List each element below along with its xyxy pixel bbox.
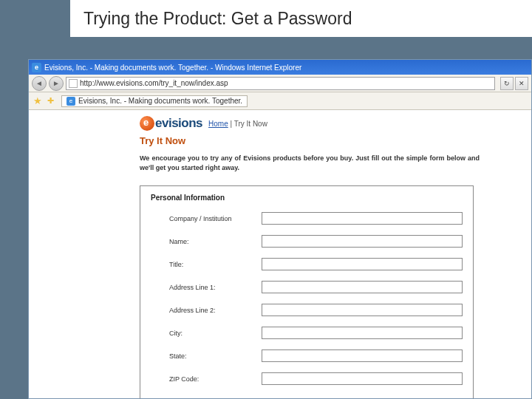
url-text: http://www.evisions.com/try_it_now/index… <box>80 79 228 87</box>
row-addr2: Address Line 2: <box>151 304 463 316</box>
page-heading: Try It Now <box>140 135 531 146</box>
input-name[interactable] <box>262 235 463 248</box>
row-name: Name: <box>151 235 463 248</box>
back-button[interactable]: ◄ <box>32 76 47 91</box>
logo-wordmark: evisions <box>155 116 202 131</box>
logo-mark-icon <box>140 116 154 131</box>
row-state: State: <box>151 349 463 362</box>
breadcrumb-sep: | <box>228 120 234 128</box>
page-icon <box>69 79 78 88</box>
forward-button[interactable]: ► <box>49 76 64 91</box>
tab-title: Evisions, Inc. - Making documents work. … <box>78 97 242 105</box>
input-title[interactable] <box>262 258 463 270</box>
address-bar[interactable]: http://www.evisions.com/try_it_now/index… <box>66 77 495 90</box>
label-company: Company / Institution <box>151 215 262 222</box>
favorites-bar: ★ ✚ e Evisions, Inc. - Making documents … <box>29 92 531 110</box>
row-zip: ZIP Code: <box>151 372 463 385</box>
label-addr1: Address Line 1: <box>151 284 262 291</box>
breadcrumb-current: Try It Now <box>234 120 267 128</box>
ie-icon: e <box>32 63 41 72</box>
label-title: Title: <box>151 261 262 268</box>
favorites-icon[interactable]: ★ <box>32 95 44 107</box>
window-title-text: Evisions, Inc. - Making documents work. … <box>44 64 301 72</box>
window-titlebar: e Evisions, Inc. - Making documents work… <box>29 60 531 75</box>
input-zip[interactable] <box>262 372 463 385</box>
address-toolbar: ◄ ► http://www.evisions.com/try_it_now/i… <box>29 75 531 92</box>
refresh-button[interactable]: ↻ <box>500 77 514 90</box>
evisions-logo[interactable]: evisions <box>140 116 202 131</box>
breadcrumb-home-link[interactable]: Home <box>208 120 228 128</box>
row-city: City: <box>151 327 463 339</box>
header-row: evisions Home | Try It Now <box>140 116 531 131</box>
label-name: Name: <box>151 238 262 245</box>
input-company[interactable] <box>262 212 463 225</box>
form-section-heading: Personal Information <box>151 194 463 202</box>
browser-window: e Evisions, Inc. - Making documents work… <box>28 59 532 399</box>
breadcrumb: Home | Try It Now <box>208 120 267 128</box>
row-company: Company / Institution <box>151 212 463 225</box>
input-city[interactable] <box>262 327 463 339</box>
stop-button[interactable]: ✕ <box>515 77 528 90</box>
add-favorite-icon[interactable]: ✚ <box>47 96 58 106</box>
input-addr1[interactable] <box>262 281 463 293</box>
intro-text: We encourage you to try any of Evisions … <box>140 154 480 172</box>
label-state: State: <box>151 352 262 360</box>
signup-form: Personal Information Company / Instituti… <box>140 185 474 398</box>
label-city: City: <box>151 330 262 337</box>
tab-favicon: e <box>66 97 75 106</box>
label-zip: ZIP Code: <box>151 375 262 383</box>
label-addr2: Address Line 2: <box>151 307 262 314</box>
row-addr1: Address Line 1: <box>151 281 463 293</box>
input-state[interactable] <box>262 349 463 362</box>
input-addr2[interactable] <box>262 304 463 316</box>
browser-tab[interactable]: e Evisions, Inc. - Making documents work… <box>61 95 248 107</box>
page-content: evisions Home | Try It Now Try It Now We… <box>29 110 531 398</box>
row-title: Title: <box>151 258 463 270</box>
slide-title: Trying the Product: Get a Password <box>70 0 532 37</box>
